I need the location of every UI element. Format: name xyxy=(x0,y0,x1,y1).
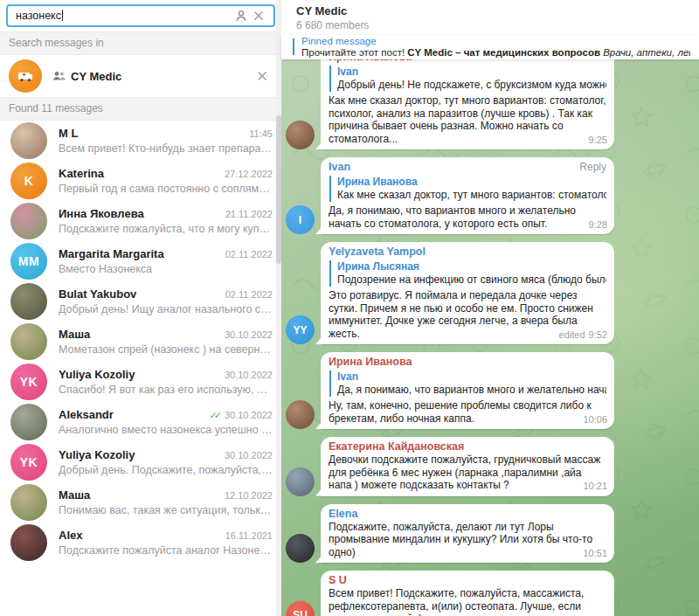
message-bubble[interactable]: Ирина Иванова Ivan Да, я понимаю, что ва… xyxy=(321,352,614,429)
search-filter-chat[interactable]: CY Medic xyxy=(0,55,281,97)
result-date: 02.11.2022 xyxy=(225,289,273,300)
quoted-sender-name: Ирина Лысяная xyxy=(337,260,606,273)
message-meta: 10:51 xyxy=(583,547,607,560)
chat-scroll-area[interactable]: Ирина Иванова Ivan Добрый день! Не подск… xyxy=(281,59,699,616)
result-avatar xyxy=(10,404,47,440)
message-row: I Ivan Reply Ирина Иванова Как мне сказа… xyxy=(286,157,690,234)
search-result-row[interactable]: Маша 12.10.2022 Понимаю вас, такая же си… xyxy=(0,482,281,523)
result-sender-name: Yuliya Kozoliy xyxy=(59,448,225,461)
message-sender-name[interactable]: Yelyzaveta Yampol xyxy=(329,246,606,259)
ambulance-icon xyxy=(16,66,35,86)
message-bubble[interactable]: Yelyzaveta Yampol Ирина Лысяная Подозрен… xyxy=(321,242,614,344)
message-sender-name[interactable]: S U xyxy=(329,574,606,587)
message-sender-avatar[interactable] xyxy=(286,400,315,429)
search-in-section-label: Search messages in xyxy=(0,31,281,55)
search-result-row[interactable]: Маша 30.10.2022 Мометазон спрей (назонек… xyxy=(0,322,281,362)
message-time: 9:52 xyxy=(589,329,607,342)
message-text: Подскажите, пожалуйста, делают ли тут Ло… xyxy=(329,521,606,559)
result-body: Yuliya Kozoliy 30.10.2022 Спасибо! Я вот… xyxy=(59,368,273,396)
result-date: 16.11.2021 xyxy=(225,530,273,541)
message-sender-avatar[interactable]: SU xyxy=(286,601,315,616)
chat-members-count: 6 680 members xyxy=(296,19,689,31)
message-bubble[interactable]: Elena Подскажите, пожалуйста, делают ли … xyxy=(321,504,614,564)
clear-search-icon[interactable] xyxy=(250,7,267,24)
search-by-user-icon[interactable] xyxy=(232,7,250,24)
message-bubble[interactable]: Ирина Иванова Ivan Добрый день! Не подск… xyxy=(321,59,614,149)
message-time: 10:51 xyxy=(583,547,607,560)
message-sender-name[interactable]: Ирина Иванова xyxy=(329,356,606,369)
quoted-sender-name: Ivan xyxy=(337,370,606,384)
message-sender-name[interactable]: Elena xyxy=(329,508,606,521)
search-result-row[interactable]: YK Yuliya Kozoliy 30.10.2022 Добрый день… xyxy=(0,442,281,482)
cy-medic-avatar xyxy=(9,59,42,93)
message-row: Elena Подскажите, пожалуйста, делают ли … xyxy=(286,504,690,564)
reply-action[interactable]: Reply xyxy=(579,161,606,174)
result-avatar xyxy=(10,203,47,239)
remove-filter-icon[interactable] xyxy=(253,67,271,85)
message-text: Всем привет! Подскажите, пожалуйста, мас… xyxy=(329,587,606,616)
result-date: 21.11.2022 xyxy=(225,209,273,219)
search-result-row[interactable]: YK Yuliya Kozoliy 30.10.2022 Спасибо! Я … xyxy=(0,362,281,402)
chat-header[interactable]: CY Medic 6 680 members xyxy=(281,0,699,35)
result-message-preview: Подскажите пожалуйста, что я могу купить… xyxy=(59,223,273,235)
search-area: назонекс xyxy=(0,0,281,31)
result-sender-name: Aleksandr xyxy=(59,408,210,421)
message-bubble[interactable]: S U Всем привет! Подскажите, пожалуйста,… xyxy=(321,571,614,616)
search-input[interactable]: назонекс xyxy=(6,4,275,27)
pinned-accent-bar xyxy=(293,38,294,55)
search-result-row[interactable]: Alex 16.11.2021 Подскажите пожалуйста ан… xyxy=(0,523,281,563)
message-row: Екатерина Кайдановская Девочки подскажит… xyxy=(286,437,690,496)
pinned-message-bar[interactable]: Pinned message Прочитайте этот пост! CY … xyxy=(281,35,699,59)
result-sender-name: Margarita Margarita xyxy=(59,247,225,260)
search-result-row[interactable]: Инна Яковлева 21.11.2022 Подскажите пожа… xyxy=(0,201,281,241)
result-sender-name: M L xyxy=(59,127,249,140)
quoted-reply[interactable]: Ирина Иванова Как мне сказал доктор, тут… xyxy=(329,176,606,202)
chat-title: CY Medic xyxy=(296,4,689,17)
search-result-row[interactable]: Bulat Yakubov 02.11.2022 Добрый день! Ищ… xyxy=(0,281,281,322)
result-body: Маша 12.10.2022 Понимаю вас, такая же си… xyxy=(59,488,273,516)
result-avatar: MM xyxy=(10,243,47,280)
result-sender-name: Инна Яковлева xyxy=(59,207,225,220)
quoted-reply[interactable]: Ivan Добрый день! Не подскажете, с брукс… xyxy=(329,66,606,92)
result-body: Aleksandr ✓✓ 30.10.2022 Аналогично вмест… xyxy=(59,408,273,436)
message-meta: 10:06 xyxy=(583,413,607,426)
message-row: YY Yelyzaveta Yampol Ирина Лысяная Подоз… xyxy=(286,242,690,344)
result-avatar: K xyxy=(10,163,47,199)
message-sender-avatar[interactable] xyxy=(286,534,315,563)
quoted-reply[interactable]: Ирина Лысяная Подозрение на инфекцию от … xyxy=(329,260,606,287)
search-result-row[interactable]: MM Margarita Margarita 02.11.2022 Вместо… xyxy=(0,241,281,281)
message-sender-avatar[interactable] xyxy=(286,467,315,496)
pinned-text: Прочитайте этот пост! CY Medic – чат мед… xyxy=(301,47,690,58)
chat-panel: CY Medic 6 680 members Pinned message Пр… xyxy=(281,0,699,616)
result-sender-name: Yuliya Kozoliy xyxy=(59,368,225,381)
message-row: Ирина Иванова Ivan Да, я понимаю, что ва… xyxy=(286,352,690,429)
message-sender-name[interactable]: Ivan xyxy=(329,161,606,174)
search-result-row[interactable]: K Katerina 27.12.2022 Первый год я сама … xyxy=(0,161,281,201)
message-sender-avatar[interactable] xyxy=(286,121,315,149)
edited-label: edited xyxy=(559,329,585,342)
message-sender-avatar[interactable]: I xyxy=(286,205,315,234)
message-sender-name[interactable]: Ирина Иванова xyxy=(329,59,606,64)
message-bubble[interactable]: Ivan Reply Ирина Иванова Как мне сказал … xyxy=(321,157,614,234)
message-bubble[interactable]: Екатерина Кайдановская Девочки подскажит… xyxy=(321,437,614,496)
result-message-preview: Понимаю вас, такая же ситуация, только м… xyxy=(59,504,273,516)
message-meta: 9:28 xyxy=(589,218,607,232)
filter-chat-name: CY Medic xyxy=(52,70,121,83)
text-caret xyxy=(62,10,63,21)
search-result-row[interactable]: M L 11:45 Всем привет! Кто-нибудь знает … xyxy=(0,121,281,161)
search-result-row[interactable]: Aleksandr ✓✓ 30.10.2022 Аналогично вмест… xyxy=(0,402,281,442)
message-meta: 10:21 xyxy=(583,480,607,493)
result-sender-name: Katerina xyxy=(59,167,225,180)
message-sender-name[interactable]: Екатерина Кайдановская xyxy=(329,440,606,453)
read-checks-icon: ✓✓ xyxy=(210,410,218,421)
message-time: 9:28 xyxy=(589,218,607,232)
result-date: 30.10.2022 xyxy=(225,410,273,420)
message-meta: edited 9:52 xyxy=(559,329,607,342)
result-message-preview: Всем привет! Кто-нибудь знает препарат о… xyxy=(59,142,273,155)
message-text: Ну, там, конечно, решение проблемы своди… xyxy=(329,399,606,425)
message-time: 9:25 xyxy=(589,134,607,147)
result-date: 12.10.2022 xyxy=(225,490,273,501)
quoted-reply[interactable]: Ivan Да, я понимаю, что вариантов много … xyxy=(329,370,606,397)
message-sender-avatar[interactable]: YY xyxy=(286,315,315,344)
message-row: SU S U Всем привет! Подскажите, пожалуйс… xyxy=(286,571,690,616)
